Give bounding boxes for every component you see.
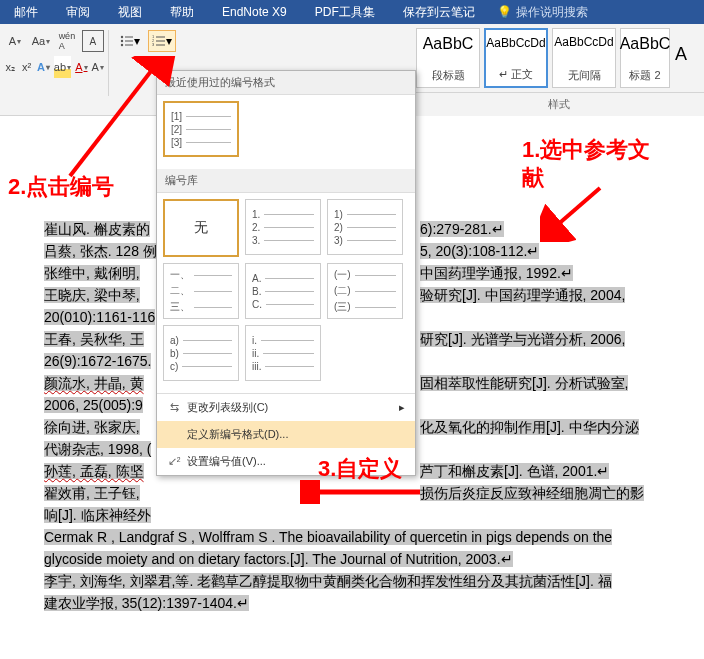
menu-label: 设置编号值(V)... <box>187 454 266 469</box>
annotation-3: 3.自定义 <box>318 454 402 484</box>
setvalue-icon: ↙² <box>167 455 181 468</box>
num-sample: 2) <box>334 222 343 233</box>
tab-endnote[interactable]: EndNote X9 <box>208 0 301 24</box>
doc-line: 26(9):1672-1675. <box>44 353 151 369</box>
highlight-icon[interactable]: ab▾ <box>54 56 71 78</box>
doc-line: 2006, 25(005):9 <box>44 397 143 413</box>
submenu-arrow-icon: ▸ <box>399 401 405 414</box>
menu-label: 定义新编号格式(D)... <box>187 427 288 442</box>
num-sample: i. <box>252 335 257 346</box>
num-sample: 1) <box>334 209 343 220</box>
tab-view[interactable]: 视图 <box>104 0 156 24</box>
superscript-icon[interactable]: x² <box>20 56 32 78</box>
styles-group: AaBbC 段标题 AaBbCcDd ↵ 正文 AaBbCcDd 无间隔 AaB… <box>414 24 704 116</box>
num-sample: 一、 <box>170 268 190 282</box>
define-new-format[interactable]: 定义新编号格式(D)... <box>157 421 415 448</box>
tab-save-note[interactable]: 保存到云笔记 <box>389 0 489 24</box>
num-format-chinese[interactable]: 一、 二、 三、 <box>163 263 239 319</box>
num-sample: (二) <box>334 284 351 298</box>
style-overflow: A <box>672 24 690 90</box>
doc-frag: 化及氧化的抑制作用[J]. 中华内分泌 <box>420 419 639 435</box>
tab-help[interactable]: 帮助 <box>156 0 208 24</box>
num-format-chinese-paren[interactable]: (一) (二) (三) <box>327 263 403 319</box>
num-format-dot[interactable]: 1. 2. 3. <box>245 199 321 255</box>
num-sample: C. <box>252 299 262 310</box>
doc-line: 建农业学报, 35(12):1397-1404.↵ <box>44 595 249 611</box>
num-sample: (一) <box>334 268 351 282</box>
menu-label: 更改列表级别(C) <box>187 400 268 415</box>
doc-line: 代谢杂志, 1998, ( <box>44 441 151 457</box>
style-label: 无间隔 <box>568 68 601 87</box>
doc-line: 20(010):1161-116 <box>44 309 155 325</box>
level-icon: ⇆ <box>167 401 181 414</box>
ribbon-tab-bar: 邮件 审阅 视图 帮助 EndNote X9 PDF工具集 保存到云笔记 💡 操… <box>0 0 704 24</box>
num-sample: iii. <box>252 361 261 372</box>
svg-text:3: 3 <box>152 42 155 47</box>
dropdown-header-library: 编号库 <box>157 169 415 193</box>
num-sample: [2] <box>171 124 182 135</box>
svg-point-0 <box>121 36 123 38</box>
tab-pdf[interactable]: PDF工具集 <box>301 0 389 24</box>
doc-frag: 研究[J]. 光谱学与光谱分析, 2006, <box>420 331 625 347</box>
none-label: 无 <box>171 219 231 237</box>
doc-line: 崔山风. 槲皮素的 <box>44 221 150 237</box>
bullets-button[interactable]: ▾ <box>116 30 144 52</box>
bulb-icon: 💡 <box>497 5 512 19</box>
style-normal[interactable]: AaBbCcDd ↵ 正文 <box>484 28 548 88</box>
doc-line: 徐向进, 张家庆, <box>44 419 140 435</box>
change-list-level[interactable]: ⇆更改列表级别(C)▸ <box>157 394 415 421</box>
doc-line: 响[J]. 临床神经外 <box>44 507 151 523</box>
style-nospacing[interactable]: AaBbCcDd 无间隔 <box>552 28 616 88</box>
num-sample: 2. <box>252 222 260 233</box>
char-border-icon[interactable]: A <box>82 30 104 52</box>
char-shading-icon[interactable]: Aa▾ <box>30 30 52 52</box>
numbering-dropdown: 最近使用过的编号格式 [1] [2] [3] 编号库 无 1. 2. 3. 1)… <box>156 70 416 476</box>
paragraph-group: ▾ 123▾ <box>112 28 180 54</box>
num-sample: 3) <box>334 235 343 246</box>
numbering-button[interactable]: 123▾ <box>148 30 176 52</box>
style-heading2[interactable]: AaBbC 标题 2 <box>620 28 670 88</box>
num-format-roman[interactable]: i. ii. iii. <box>245 325 321 381</box>
font-color-icon[interactable]: A▾ <box>75 56 87 78</box>
num-format-lower-paren[interactable]: a) b) c) <box>163 325 239 381</box>
num-format-upper[interactable]: A. B. C. <box>245 263 321 319</box>
doc-line: 李宇, 刘海华, 刘翠君,等. 老鹳草乙醇提取物中黄酮类化合物和挥发性组分及其抗… <box>44 573 612 589</box>
doc-line: 吕蔡, 张杰. 128 例 <box>44 243 157 259</box>
num-sample: 3. <box>252 235 260 246</box>
num-format-none[interactable]: 无 <box>163 199 239 257</box>
style-preview: AaBbCcDd <box>554 29 613 49</box>
num-sample: a) <box>170 335 179 346</box>
style-heading[interactable]: AaBbC 段标题 <box>416 28 480 88</box>
num-sample: 三、 <box>170 300 190 314</box>
num-format-bracket[interactable]: [1] [2] [3] <box>163 101 239 157</box>
pinyin-guide-icon[interactable]: wénA <box>56 30 78 52</box>
doc-frag: 固相萃取性能研究[J]. 分析试验室, <box>420 375 628 391</box>
num-sample: [1] <box>171 111 182 122</box>
dropdown-header-recent: 最近使用过的编号格式 <box>157 71 415 95</box>
num-sample: 1. <box>252 209 260 220</box>
style-label: ↵ 正文 <box>499 67 533 86</box>
tab-review[interactable]: 审阅 <box>52 0 104 24</box>
doc-line: 张维中, 戴俐明, <box>44 265 140 281</box>
style-label: 标题 2 <box>629 68 660 87</box>
doc-frag: 5, 20(3):108-112.↵ <box>420 243 539 259</box>
svg-point-2 <box>121 40 123 42</box>
num-sample: B. <box>252 286 261 297</box>
tell-me-search[interactable]: 💡 操作说明搜索 <box>497 4 588 21</box>
style-preview: AaBbCcDd <box>486 30 545 50</box>
doc-line: 王春, 吴秋华, 王 <box>44 331 144 347</box>
doc-right-column: 6):279-281.↵ 5, 20(3):108-112.↵ 中国药理学通报,… <box>420 218 644 504</box>
num-format-paren[interactable]: 1) 2) 3) <box>327 199 403 255</box>
subscript-icon[interactable]: x₂ <box>4 56 16 78</box>
char-case-icon[interactable]: A▾ <box>92 56 104 78</box>
text-effects-icon[interactable]: A▾ <box>37 56 50 78</box>
svg-point-4 <box>121 44 123 46</box>
tab-mail[interactable]: 邮件 <box>0 0 52 24</box>
num-sample: 二、 <box>170 284 190 298</box>
num-sample: ii. <box>252 348 259 359</box>
annotation-1: 1.选中参考文 <box>522 135 650 165</box>
font-size-inc-icon[interactable]: A▾ <box>4 30 26 52</box>
num-sample: [3] <box>171 137 182 148</box>
style-label: 段标题 <box>432 68 465 87</box>
doc-line: glycoside moiety and on dietary factors.… <box>44 551 513 567</box>
